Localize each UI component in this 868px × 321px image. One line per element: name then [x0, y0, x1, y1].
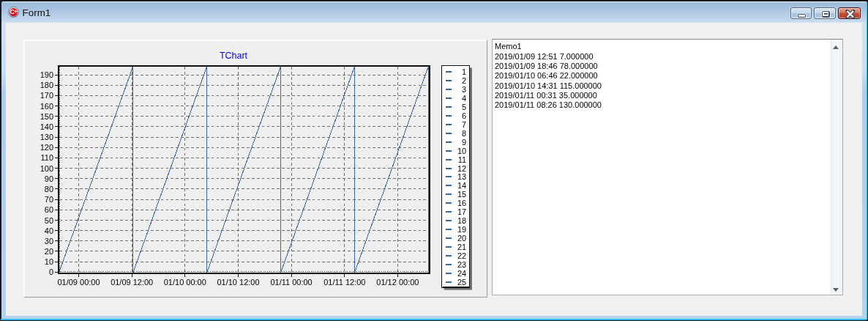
svg-text:19: 19	[457, 225, 466, 234]
svg-text:01/10 12:00: 01/10 12:00	[217, 278, 259, 287]
svg-text:10: 10	[457, 147, 466, 155]
svg-text:14: 14	[457, 181, 466, 190]
svg-text:60: 60	[45, 205, 53, 214]
svg-text:30: 30	[45, 237, 53, 246]
svg-text:0: 0	[49, 268, 53, 276]
svg-text:TChart: TChart	[220, 51, 248, 61]
svg-text:7: 7	[462, 120, 466, 129]
svg-text:90: 90	[45, 174, 53, 183]
svg-text:01/09 00:00: 01/09 00:00	[57, 278, 100, 287]
svg-text:22: 22	[457, 251, 466, 260]
svg-text:24: 24	[457, 269, 466, 278]
svg-text:01/12 00:00: 01/12 00:00	[376, 278, 419, 287]
svg-text:23: 23	[457, 260, 466, 269]
svg-text:70: 70	[45, 195, 53, 204]
svg-text:6: 6	[462, 111, 466, 120]
svg-text:25: 25	[457, 278, 466, 287]
svg-text:16: 16	[457, 199, 466, 207]
svg-text:17: 17	[457, 207, 466, 216]
svg-text:120: 120	[40, 143, 53, 152]
svg-text:01/09 12:00: 01/09 12:00	[111, 278, 153, 287]
svg-text:130: 130	[40, 133, 53, 141]
svg-text:2: 2	[462, 76, 466, 85]
svg-text:5: 5	[462, 103, 466, 111]
svg-text:140: 140	[40, 122, 53, 131]
svg-text:4: 4	[462, 94, 466, 103]
svg-text:9: 9	[462, 138, 466, 147]
svg-text:12: 12	[457, 164, 466, 173]
svg-text:180: 180	[40, 81, 53, 89]
svg-text:10: 10	[45, 257, 53, 266]
svg-text:160: 160	[40, 102, 53, 111]
svg-text:20: 20	[457, 234, 466, 243]
svg-text:11: 11	[458, 155, 466, 164]
svg-text:40: 40	[45, 226, 53, 235]
svg-text:01/10 00:00: 01/10 00:00	[164, 278, 206, 287]
svg-text:190: 190	[40, 70, 53, 79]
svg-text:8: 8	[462, 129, 466, 138]
svg-text:21: 21	[457, 243, 466, 251]
svg-text:100: 100	[40, 164, 53, 173]
svg-text:3: 3	[462, 85, 466, 94]
svg-text:13: 13	[457, 172, 466, 181]
svg-text:18: 18	[457, 216, 466, 225]
svg-text:1: 1	[462, 67, 466, 76]
svg-text:50: 50	[45, 216, 53, 225]
svg-text:110: 110	[41, 153, 54, 162]
svg-text:20: 20	[45, 247, 53, 256]
svg-text:150: 150	[40, 112, 53, 121]
svg-text:15: 15	[457, 190, 466, 199]
svg-text:01/11 12:00: 01/11 12:00	[323, 278, 365, 287]
svg-text:01/11 00:00: 01/11 00:00	[270, 278, 312, 287]
svg-text:80: 80	[45, 185, 53, 193]
svg-text:170: 170	[40, 91, 53, 100]
